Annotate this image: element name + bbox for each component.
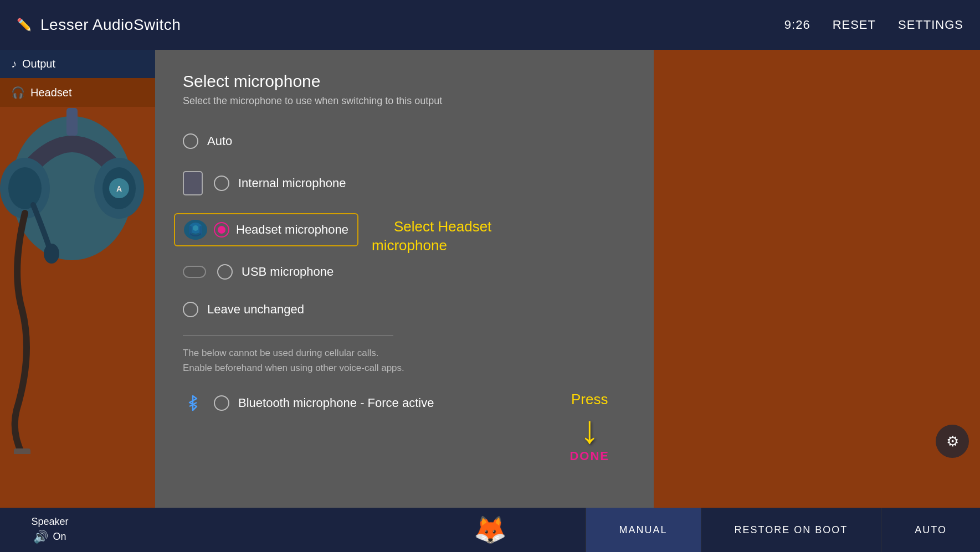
- speaker-section: Speaker 🔊 On: [0, 516, 100, 544]
- radio-headset[interactable]: [214, 222, 229, 238]
- svg-point-13: [193, 225, 198, 231]
- headset-mic-icon: [184, 220, 207, 240]
- press-text: Press: [571, 391, 608, 408]
- left-panel: ♪ Output 🎧 Headset: [0, 50, 155, 508]
- bottom-buttons: MANUAL RESTORE ON BOOT AUTO: [586, 508, 980, 552]
- radio-auto[interactable]: [183, 133, 198, 149]
- option-headset[interactable]: Headset microphone: [174, 213, 358, 246]
- radio-leave[interactable]: [183, 302, 198, 317]
- top-bar-left: ✏️ Lesser AudioSwitch: [17, 16, 181, 34]
- note-text: The below cannot be used during cellular…: [183, 345, 626, 375]
- radio-bluetooth[interactable]: [214, 395, 229, 411]
- option-headset-label: Headset microphone: [236, 223, 348, 237]
- dialog-subtitle: Select the microphone to use when switch…: [183, 95, 626, 107]
- option-internal-label: Internal microphone: [238, 176, 346, 190]
- reset-button[interactable]: RESET: [833, 18, 876, 32]
- bluetooth-icon: [183, 393, 203, 413]
- gear-button[interactable]: ⚙: [936, 425, 969, 458]
- select-microphone-dialog: Select microphone Select the microphone …: [155, 50, 654, 508]
- option-leave[interactable]: Leave unchanged: [183, 297, 626, 322]
- speaker-icon: 🔊: [33, 530, 48, 544]
- top-bar: ✏️ Lesser AudioSwitch 9:26 RESET SETTING…: [0, 0, 980, 50]
- music-icon: ♪: [11, 58, 17, 70]
- option-leave-label: Leave unchanged: [207, 302, 304, 317]
- option-usb[interactable]: USB microphone: [183, 260, 626, 284]
- output-tab[interactable]: ♪ Output: [0, 50, 155, 78]
- radio-usb[interactable]: [217, 264, 233, 280]
- arrow-down-icon: ↓: [580, 410, 599, 449]
- time: 9:26: [784, 18, 810, 32]
- settings-button[interactable]: SETTINGS: [898, 18, 963, 32]
- option-bluetooth[interactable]: Bluetooth microphone - Force active: [183, 389, 626, 417]
- option-auto[interactable]: Auto: [183, 129, 626, 153]
- headset-illustration: A: [0, 78, 155, 456]
- divider: [183, 335, 393, 336]
- manual-button[interactable]: MANUAL: [586, 508, 701, 552]
- option-usb-label: USB microphone: [242, 265, 333, 279]
- cat-icon: 🦊: [474, 514, 507, 545]
- radio-headset-selected: [218, 226, 225, 234]
- restore-on-boot-button[interactable]: RESTORE ON BOOT: [701, 508, 881, 552]
- option-bluetooth-label: Bluetooth microphone - Force active: [238, 396, 434, 410]
- bg-area: ♪ Output 🎧 Headset: [0, 50, 980, 508]
- internal-mic-icon: [183, 171, 203, 195]
- output-label: Output: [22, 58, 55, 70]
- headset-hint: Select Headset microphone: [372, 218, 491, 255]
- speaker-status: 🔊 On: [33, 530, 66, 544]
- svg-point-6: [44, 244, 59, 264]
- option-internal[interactable]: Internal microphone: [183, 167, 626, 200]
- svg-point-3: [8, 167, 42, 209]
- usb-icon: [183, 266, 206, 278]
- app-icon: ✏️: [17, 18, 32, 32]
- svg-rect-7: [66, 108, 78, 136]
- option-auto-label: Auto: [207, 134, 232, 148]
- hint-text: Select Headset microphone: [372, 218, 491, 254]
- dialog-title: Select microphone: [183, 72, 626, 91]
- top-bar-right: 9:26 RESET SETTINGS: [784, 18, 963, 32]
- svg-text:A: A: [116, 184, 122, 193]
- speaker-on-label: On: [53, 531, 66, 543]
- speaker-label: Speaker: [31, 516, 68, 528]
- auto-button[interactable]: AUTO: [881, 508, 980, 552]
- radio-internal[interactable]: [214, 176, 229, 191]
- bottom-bar: Speaker 🔊 On 🦊 MANUAL RESTORE ON BOOT AU…: [0, 508, 980, 552]
- done-text[interactable]: DONE: [569, 449, 609, 463]
- press-done-annotation: Press ↓ DONE: [569, 391, 609, 463]
- app-title: Lesser AudioSwitch: [40, 16, 181, 34]
- svg-rect-5: [14, 448, 30, 454]
